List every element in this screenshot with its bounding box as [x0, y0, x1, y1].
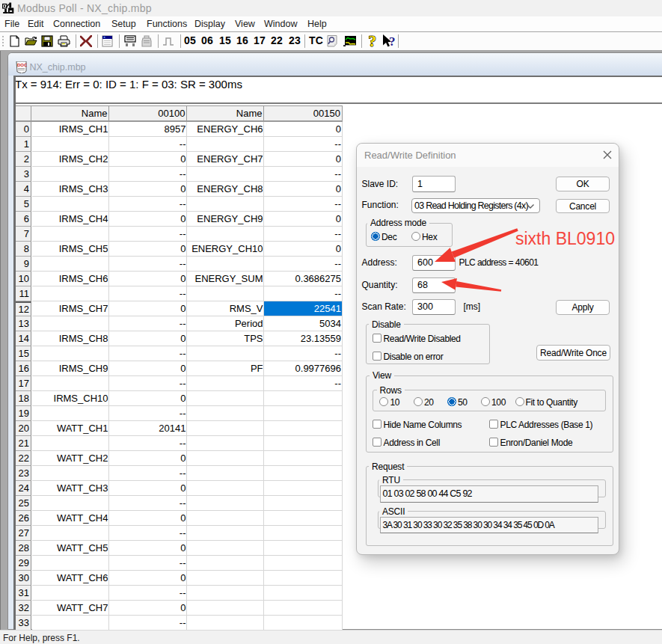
svg-text:?: ?	[389, 34, 396, 49]
svg-text:?: ?	[369, 34, 377, 49]
svg-text:DOC: DOC	[17, 63, 27, 67]
